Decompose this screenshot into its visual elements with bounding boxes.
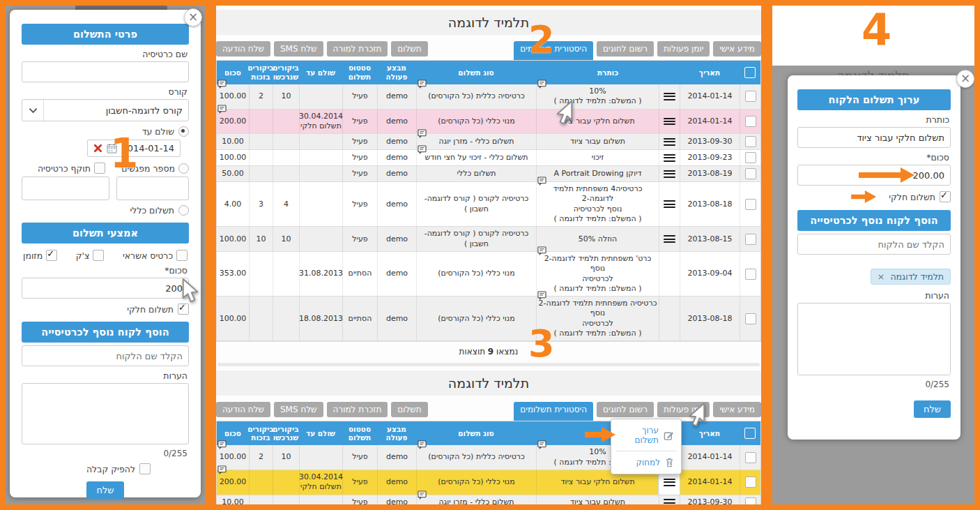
results-number: 9: [488, 347, 493, 357]
close-icon[interactable]: ×: [956, 70, 974, 88]
action-button-3[interactable]: שלח SMS: [274, 41, 323, 57]
row-checkbox[interactable]: [740, 297, 760, 340]
receipt-row[interactable]: להפיק קבלה: [22, 463, 151, 474]
tab-4[interactable]: היסטורית תשלומים: [514, 402, 593, 423]
partial-payment-row[interactable]: תשלום חלקי: [22, 303, 189, 315]
paid-until-radio-row[interactable]: שולם עד: [22, 126, 189, 137]
select-all-checkbox[interactable]: [740, 427, 760, 440]
general-payment-radio[interactable]: [178, 205, 189, 216]
row-checkbox[interactable]: [740, 495, 760, 510]
partial-payment-row[interactable]: תשלום חלקי: [797, 190, 951, 203]
row-menu-empty: [659, 252, 680, 296]
cell-paid-until: [299, 182, 342, 226]
cash-checkbox[interactable]: [46, 250, 57, 261]
row-checkbox[interactable]: [740, 470, 760, 495]
row-checkbox[interactable]: [740, 166, 760, 181]
credit-card-checkbox[interactable]: [176, 250, 187, 261]
send-button[interactable]: שלח: [914, 400, 951, 418]
card-validity-checkbox[interactable]: [94, 163, 105, 174]
row-checkbox[interactable]: [740, 445, 760, 470]
amount-input[interactable]: [22, 278, 189, 299]
course-select[interactable]: קורס לדוגמה-חשבון: [22, 99, 189, 121]
cell-paid-until: 30.04.2014 תשלום חלקי: [299, 110, 342, 134]
table-row[interactable]: 2013-09-30תשלום עבור ציודתשלום כללי - מז…: [217, 134, 760, 150]
cash-group[interactable]: מזומן: [23, 250, 57, 261]
receipt-checkbox[interactable]: [139, 463, 151, 474]
cell-amount: 200.00: [217, 110, 249, 134]
cell-status: פעיל: [342, 166, 377, 181]
notes-textarea[interactable]: [22, 383, 189, 444]
card-name-input[interactable]: [22, 61, 189, 82]
table-row[interactable]: 2014-01-14תשלום חלקי עבור ציודמנוי כללי …: [217, 110, 760, 135]
action-button-3[interactable]: שלח SMS: [274, 402, 323, 417]
action-button-4[interactable]: שלח הודעה: [216, 41, 270, 57]
row-menu-icon[interactable]: [659, 84, 680, 109]
row-menu-icon[interactable]: [659, 150, 680, 165]
cell-visits-credit: [249, 252, 273, 296]
row-menu-icon[interactable]: [659, 227, 680, 251]
cell-date: 2014-01-14: [680, 445, 740, 470]
check-checkbox[interactable]: [93, 250, 104, 261]
row-menu-icon[interactable]: [659, 134, 680, 149]
card-validity-group[interactable]: תוקף כרטיסיה: [22, 163, 105, 174]
cell-title: כרט' משפחתית תלמיד לדוגמה-2 נוסף לכרטיסי…: [536, 252, 659, 296]
tab-1[interactable]: מידע אישי: [713, 41, 761, 57]
meetings-count-input[interactable]: [116, 177, 189, 200]
title-input[interactable]: [797, 127, 951, 148]
cell-status: פעיל: [342, 110, 377, 134]
table-row[interactable]: 2013-09-04כרט' משפחתית תלמיד לדוגמה-2 נו…: [217, 252, 760, 297]
chip-remove-icon[interactable]: ×: [878, 271, 885, 282]
delete-menu-item[interactable]: למחוק: [611, 453, 681, 472]
cell-visits-credit: 2: [249, 445, 273, 470]
credit-card-group[interactable]: כרטיס אשראי: [123, 250, 187, 261]
table-row[interactable]: 2013-08-18כרטיסיה משפחתית תלמיד לדוגמה-2…: [217, 297, 760, 341]
send-button[interactable]: שלח: [86, 481, 123, 499]
customer-name-input[interactable]: [22, 345, 189, 366]
note-icon: [537, 80, 546, 89]
action-button-4[interactable]: שלח הודעה: [216, 402, 270, 417]
row-menu-icon[interactable]: [659, 495, 680, 510]
select-all-checkbox[interactable]: [740, 66, 760, 79]
meetings-radio[interactable]: [178, 163, 189, 174]
action-button-2[interactable]: תזכרת למורה: [327, 41, 388, 57]
card-validity-input[interactable]: [22, 177, 109, 200]
cell-visits-purchased: 10: [273, 445, 299, 470]
row-checkbox[interactable]: [740, 227, 760, 251]
paid-until-radio[interactable]: [178, 126, 189, 137]
partial-payment-checkbox[interactable]: [940, 191, 951, 202]
close-icon[interactable]: ×: [184, 8, 202, 27]
tab-3[interactable]: רשום לחוגים: [597, 402, 654, 417]
char-counter: 0/255: [23, 449, 187, 458]
notes-textarea[interactable]: [797, 303, 951, 375]
general-payment-radio-row[interactable]: תשלום כללי: [22, 205, 189, 216]
row-menu-icon[interactable]: [659, 182, 680, 226]
customer-name-input[interactable]: [797, 234, 951, 255]
payment-details-header: פרטי התשלום: [22, 24, 189, 45]
row-menu-icon[interactable]: [659, 166, 680, 181]
section-divider: [217, 363, 760, 366]
table-row[interactable]: 2013-08-15הוזלה 50%כרטיסיה לקורס ( קורס …: [217, 227, 760, 252]
row-checkbox[interactable]: [740, 134, 760, 149]
row-checkbox[interactable]: [740, 182, 760, 226]
tab-3[interactable]: רשום לחוגים: [597, 41, 654, 57]
table-row[interactable]: 2013-08-19דיוקן A Portrait Drowingתשלום …: [217, 166, 760, 182]
table-row[interactable]: 2013-08-18כרטיסיה4 משפחתית תלמיד לדוגמה-…: [217, 182, 760, 227]
row-menu-icon[interactable]: [659, 110, 680, 134]
row-checkbox[interactable]: [740, 110, 760, 134]
cell-payment-type: תשלום כללי - מזרן יוגה: [416, 495, 536, 510]
tab-2[interactable]: יומן פעולות: [657, 41, 710, 57]
action-button-2[interactable]: תזכרת למורה: [327, 402, 388, 417]
clear-date-icon[interactable]: [93, 144, 102, 153]
table-row[interactable]: 2014-01-1410% ( המשלם: תלמיד לדוגמה )כרט…: [217, 84, 760, 110]
action-button-1[interactable]: תשלום: [391, 402, 427, 417]
table-row[interactable]: 2013-09-30תשלום עבור ציודתשלום כללי - מז…: [217, 495, 760, 510]
row-checkbox[interactable]: [740, 150, 760, 165]
row-checkbox[interactable]: [740, 84, 760, 109]
check-group[interactable]: צ'ק: [76, 250, 105, 261]
edit-payment-menu-item[interactable]: ערוך תשלום: [611, 421, 681, 449]
action-button-1[interactable]: תשלום: [391, 41, 427, 57]
check-label: צ'ק: [76, 250, 90, 261]
row-checkbox[interactable]: [740, 252, 760, 296]
tab-1[interactable]: מידע אישי: [713, 402, 761, 417]
table-row[interactable]: 2013-09-23זיכויתשלום כללי - זיכוי על חצי…: [217, 150, 760, 166]
